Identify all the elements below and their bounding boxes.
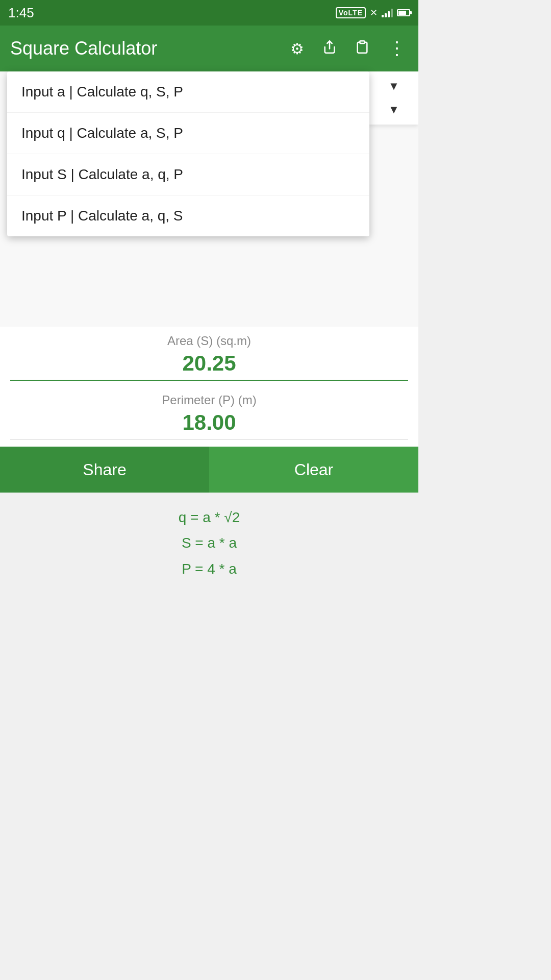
- chevron-down-icon-1[interactable]: ▼: [388, 80, 399, 93]
- dropdown-item-3[interactable]: Input S | Calculate a, q, P: [7, 154, 369, 195]
- app-bar: Square Calculator ⚙ ⋮: [0, 26, 418, 71]
- settings-button[interactable]: ⚙: [288, 38, 306, 60]
- formula-line-3: P = 4 * a: [8, 556, 410, 582]
- share-button-top[interactable]: [320, 38, 339, 60]
- more-button[interactable]: ⋮: [386, 36, 408, 61]
- dropdown-panel: Input a | Calculate q, S, P Input q | Ca…: [7, 71, 369, 236]
- dropdown-item-1[interactable]: Input a | Calculate q, S, P: [7, 71, 369, 113]
- clear-button[interactable]: Clear: [209, 447, 418, 493]
- share-button[interactable]: Share: [0, 447, 209, 493]
- status-bar: 1:45 VoLTE ✕: [0, 0, 418, 26]
- perimeter-field-group: Perimeter (P) (m) 18.00: [0, 386, 418, 445]
- area-field-group: Area (S) (sq.m) 20.25: [0, 327, 418, 386]
- perimeter-label: Perimeter (P) (m): [10, 393, 408, 407]
- formula-line-2: S = a * a: [8, 530, 410, 556]
- formulas-section: q = a * √2 S = a * a P = 4 * a: [0, 493, 418, 594]
- status-icons: VoLTE ✕: [336, 7, 410, 18]
- dropdown-item-4[interactable]: Input P | Calculate a, q, S: [7, 195, 369, 236]
- x-mark: ✕: [370, 7, 378, 18]
- action-buttons: Share Clear: [0, 447, 418, 493]
- app-bar-icons: ⚙ ⋮: [288, 36, 408, 61]
- status-time: 1:45: [8, 5, 34, 21]
- area-label: Area (S) (sq.m): [10, 334, 408, 348]
- volte-badge: VoLTE: [336, 7, 366, 18]
- app-title: Square Calculator: [10, 38, 280, 59]
- signal-icon: [382, 8, 393, 17]
- perimeter-value: 18.00: [10, 410, 408, 439]
- chevron-down-icon-2[interactable]: ▼: [388, 103, 399, 116]
- clipboard-button[interactable]: [353, 38, 371, 60]
- svg-rect-1: [360, 41, 364, 43]
- formula-line-1: q = a * √2: [8, 505, 410, 530]
- battery-icon: [397, 9, 410, 16]
- page-background: [0, 594, 418, 980]
- area-value: 20.25: [10, 351, 408, 381]
- right-arrows-panel: ▼ ▼: [369, 71, 418, 125]
- dropdown-item-2[interactable]: Input q | Calculate a, S, P: [7, 113, 369, 154]
